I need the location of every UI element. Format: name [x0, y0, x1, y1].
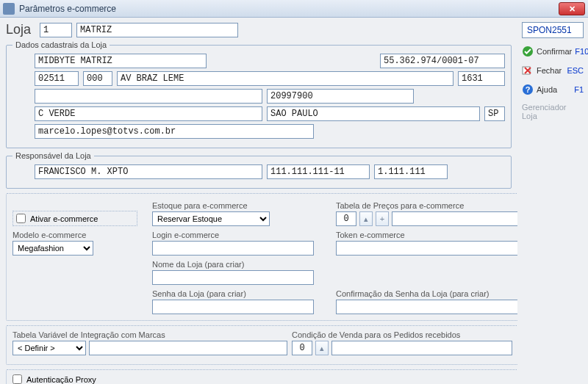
- senha-loja-input[interactable]: [152, 300, 314, 314]
- bairro-input[interactable]: [35, 106, 262, 121]
- cep2-input[interactable]: [83, 71, 112, 86]
- modelo-select[interactable]: Megafashion: [12, 241, 93, 256]
- marcas-fieldset: Tabela Variável de Integração com Marcas…: [6, 325, 517, 365]
- dados-cadastrais-legend: Dados cadastrais da Loja: [12, 40, 110, 49]
- confirm-button[interactable]: Confirmar F10: [522, 46, 584, 57]
- nome-loja-input[interactable]: [152, 270, 314, 285]
- exit-icon: [522, 65, 534, 76]
- close-side-button[interactable]: Fechar ESC: [522, 65, 584, 76]
- senha-loja-label: Senha da Loja (para criar): [152, 289, 321, 298]
- tabela-precos-up-button[interactable]: ▴: [359, 211, 373, 226]
- responsavel-nome-input[interactable]: [35, 164, 262, 179]
- estoque-label: Estoque para e-commerce: [152, 201, 321, 210]
- estoque-select[interactable]: Reservar Estoque: [152, 211, 270, 226]
- cep1-input[interactable]: [35, 71, 79, 86]
- dados-cadastrais-fieldset: Dados cadastrais da Loja: [6, 40, 512, 148]
- svg-text:?: ?: [526, 85, 531, 94]
- tabela-marcas-desc-input[interactable]: [89, 341, 287, 355]
- complemento-input[interactable]: [35, 89, 262, 104]
- cond-venda-up-button[interactable]: ▴: [315, 341, 329, 355]
- svg-rect-1: [523, 67, 530, 74]
- cnpj-input[interactable]: [380, 54, 505, 68]
- endereco-input[interactable]: [117, 71, 453, 86]
- ativar-ecommerce-input[interactable]: [16, 214, 26, 223]
- tabela-precos-id-input[interactable]: [336, 211, 356, 226]
- token-label: Token e-commerce: [336, 231, 517, 239]
- close-button[interactable]: ✕: [559, 2, 585, 15]
- check-icon: [522, 46, 534, 57]
- email-input[interactable]: [35, 124, 314, 139]
- tabela-precos-add-button[interactable]: +: [376, 211, 389, 226]
- titlebar: Parâmetros e-commerce ✕: [0, 0, 588, 18]
- uf-input[interactable]: [484, 106, 505, 121]
- login-input[interactable]: [152, 241, 314, 256]
- loja-row: Loja: [6, 22, 512, 37]
- loja-id-input[interactable]: [40, 23, 72, 37]
- responsavel-legend: Responsável da Loja: [12, 151, 94, 160]
- gerenciador-loja-button: Gerenciador Loja: [522, 103, 584, 120]
- cond-venda-id-input[interactable]: [292, 341, 312, 355]
- login-label: Login e-commerce: [152, 231, 321, 239]
- proxy-check-input[interactable]: [12, 374, 22, 384]
- responsavel-fieldset: Responsável da Loja: [6, 151, 512, 189]
- ativar-ecommerce-checkbox[interactable]: Ativar e-commerce: [12, 211, 137, 226]
- telefone-input[interactable]: [267, 89, 414, 104]
- loja-label: Loja: [6, 22, 31, 37]
- close-icon: ✕: [569, 5, 576, 13]
- responsavel-cpf-input[interactable]: [267, 164, 370, 179]
- screen-code: SPON2551: [522, 22, 584, 38]
- senha-conf-input[interactable]: [336, 300, 517, 314]
- side-panel: SPON2551 Confirmar F10 Fechar ESC ? Ajud…: [517, 18, 588, 384]
- nome-loja-label: Nome da Loja (para criar): [152, 260, 321, 269]
- help-icon: ?: [522, 84, 534, 95]
- definir-select[interactable]: < Definir >: [12, 341, 86, 355]
- help-button[interactable]: ? Ajuda F1: [522, 84, 584, 95]
- razao-social-input[interactable]: [35, 54, 207, 68]
- senha-conf-label: Confirmação da Senha da Loja (para criar…: [336, 289, 517, 298]
- cond-venda-desc-input[interactable]: [331, 341, 512, 355]
- proxy-check-label: Autenticação Proxy: [26, 375, 96, 384]
- token-input[interactable]: [336, 241, 517, 256]
- tabela-precos-desc-input[interactable]: [392, 211, 517, 226]
- ecommerce-fieldset: Ativar e-commerce Estoque para e-commerc…: [6, 193, 517, 321]
- modelo-label: Modelo e-commerce: [12, 231, 137, 239]
- tabela-precos-label: Tabela de Preços para e-commerce: [336, 201, 517, 210]
- ativar-ecommerce-label: Ativar e-commerce: [30, 214, 98, 223]
- tabela-marcas-label: Tabela Variável de Integração com Marcas: [12, 330, 287, 339]
- proxy-checkbox[interactable]: Autenticação Proxy: [12, 374, 517, 384]
- proxy-fieldset: Autenticação Proxy Método Proxy 0 = Basi…: [6, 369, 517, 384]
- cond-venda-label: Condição de Venda para os Pedidos recebi…: [292, 330, 512, 339]
- cidade-input[interactable]: [267, 106, 480, 121]
- responsavel-rg-input[interactable]: [374, 164, 448, 179]
- window-title: Parâmetros e-commerce: [19, 4, 116, 14]
- loja-name-input[interactable]: [76, 23, 238, 37]
- numero-input[interactable]: [458, 71, 505, 86]
- app-icon: [3, 3, 15, 15]
